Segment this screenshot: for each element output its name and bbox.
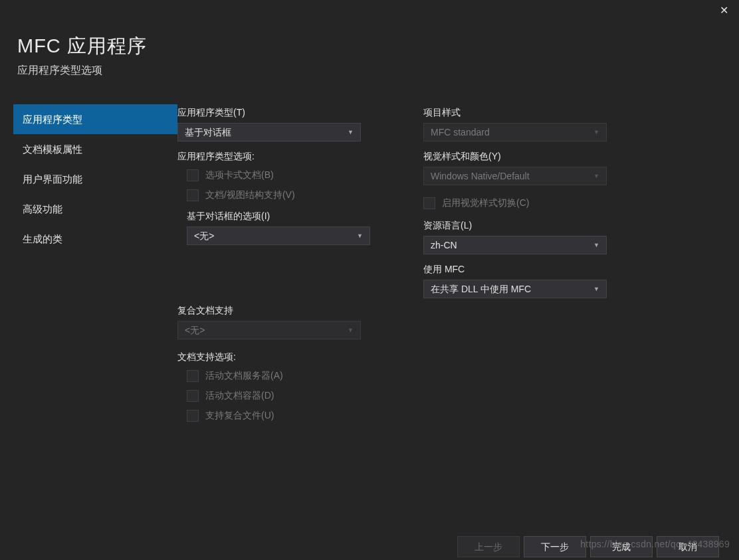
doc-support-options-label: 文档支持选项: [177,351,397,363]
sidebar-item-ui-features[interactable]: 用户界面功能 [13,164,177,194]
app-type-select[interactable]: 基于对话框 ▼ [177,123,361,141]
chevron-down-icon: ▼ [593,236,599,254]
column-left: 应用程序类型(T) 基于对话框 ▼ 应用程序类型选项: 选项卡式文档(B) 文档… [177,107,397,427]
visual-style-label: 视觉样式和颜色(Y) [423,151,643,163]
wizard-footer: 上一步 下一步 完成 取消 [0,531,739,560]
next-button[interactable]: 下一步 [524,536,586,557]
close-icon[interactable]: ✕ [720,4,728,17]
checkbox-icon [187,169,199,181]
use-mfc-value: 在共享 DLL 中使用 MFC [431,280,531,298]
resource-lang-value: zh-CN [431,236,457,254]
chevron-down-icon: ▼ [357,227,363,244]
sidebar-item-advanced[interactable]: 高级功能 [13,194,177,224]
sidebar-item-app-type[interactable]: 应用程序类型 [13,104,177,134]
page-subtitle: 应用程序类型选项 [17,64,739,78]
project-style-select: MFC standard ▼ [423,123,607,141]
compound-doc-select: <无> ▼ [177,321,361,339]
chevron-down-icon: ▼ [348,124,354,141]
resource-lang-select[interactable]: zh-CN ▼ [423,236,607,254]
chevron-down-icon: ▼ [348,322,354,339]
checkbox-visual-switch-label: 启用视觉样式切换(C) [442,197,529,209]
wizard-sidebar: 应用程序类型 文档模板属性 用户界面功能 高级功能 生成的类 [0,104,177,427]
sidebar-item-generated-classes[interactable]: 生成的类 [13,224,177,254]
project-style-label: 项目样式 [423,107,643,119]
compound-doc-label: 复合文档支持 [177,305,397,317]
app-type-value: 基于对话框 [185,124,231,141]
visual-style-value: Windows Native/Default [431,167,530,185]
finish-button[interactable]: 完成 [590,536,653,557]
cancel-button[interactable]: 取消 [657,536,719,557]
checkbox-icon [423,197,435,209]
page-title: MFC 应用程序 [17,33,739,60]
visual-style-select: Windows Native/Default ▼ [423,167,607,185]
chevron-down-icon: ▼ [593,167,599,185]
checkbox-icon [187,410,199,422]
checkbox-tabbed-docs-label: 选项卡式文档(B) [205,169,274,181]
checkbox-icon [187,390,199,402]
sidebar-item-doc-template[interactable]: 文档模板属性 [13,134,177,164]
checkbox-tabbed-docs: 选项卡式文档(B) [187,167,397,184]
checkbox-icon [187,189,199,201]
dialog-options-value: <无> [194,227,214,244]
use-mfc-label: 使用 MFC [423,264,643,276]
project-style-value: MFC standard [431,124,490,141]
checkbox-compound-files-label: 支持复合文件(U) [205,410,274,422]
chevron-down-icon: ▼ [593,280,599,298]
app-type-label: 应用程序类型(T) [177,107,397,119]
checkbox-visual-switch: 启用视觉样式切换(C) [423,195,643,212]
dialog-options-select[interactable]: <无> ▼ [187,227,370,245]
column-right: 项目样式 MFC standard ▼ 视觉样式和颜色(Y) Windows N… [423,107,643,427]
checkbox-active-server-label: 活动文档服务器(A) [205,370,283,382]
dialog-options-label: 基于对话框的选项(I) [187,211,397,223]
prev-button: 上一步 [457,536,520,557]
resource-lang-label: 资源语言(L) [423,220,643,232]
checkbox-active-container: 活动文档容器(D) [187,387,397,405]
use-mfc-select[interactable]: 在共享 DLL 中使用 MFC ▼ [423,280,607,298]
checkbox-active-server: 活动文档服务器(A) [187,367,397,385]
chevron-down-icon: ▼ [593,124,599,141]
checkbox-doc-view: 文档/视图结构支持(V) [187,187,397,204]
checkbox-compound-files: 支持复合文件(U) [187,407,397,424]
checkbox-icon [187,370,199,382]
wizard-header: MFC 应用程序 应用程序类型选项 [0,0,739,78]
checkbox-doc-view-label: 文档/视图结构支持(V) [205,189,295,201]
compound-doc-value: <无> [185,322,205,339]
checkbox-active-container-label: 活动文档容器(D) [205,390,274,402]
app-type-options-label: 应用程序类型选项: [177,151,397,163]
